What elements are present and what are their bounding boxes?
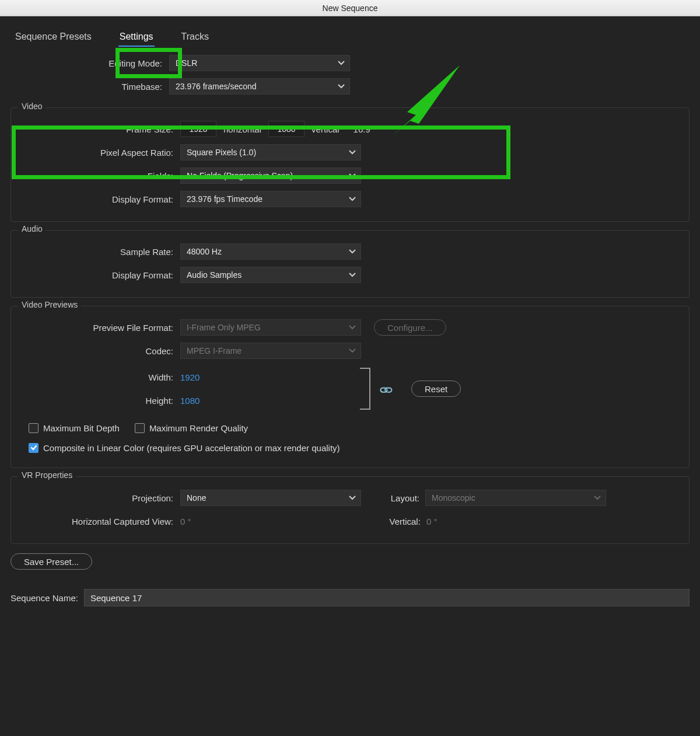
frame-size-v-input[interactable]: 1080 [268,121,304,137]
check-icon [30,444,37,451]
sample-rate-value: 48000 Hz [187,247,222,256]
video-displayformat-select[interactable]: 23.976 fps Timecode [180,191,361,207]
layout-label: Layout: [373,493,425,503]
video-group-title: Video [18,102,46,111]
chevron-down-icon [349,494,356,501]
chevron-down-icon [349,172,356,179]
preview-format-value: I-Frame Only MPEG [187,323,261,332]
composite-linear-label: Composite in Linear Color (requires GPU … [43,443,340,453]
tab-tracks[interactable]: Tracks [181,32,209,42]
previews-group: Video Previews Preview File Format: I-Fr… [10,306,690,468]
max-bit-depth-checkbox[interactable] [29,423,38,433]
codec-value: MPEG I-Frame [187,346,242,355]
composite-linear-checkbox[interactable] [29,443,38,453]
max-render-quality-label: Maximum Render Quality [149,423,248,433]
chevron-down-icon [349,149,356,156]
audio-group: Audio Sample Rate: 48000 Hz Display Form… [10,230,690,298]
sequence-name-input[interactable] [84,589,690,606]
projection-label: Projection: [22,493,180,503]
hcap-value: 0 ° [180,517,191,526]
aspect-ratio-text: 16:9 [354,124,370,134]
vcap-value: 0 ° [426,517,438,526]
reset-button[interactable]: Reset [411,381,461,397]
preview-height-label: Height: [22,396,180,406]
audio-displayformat-label: Display Format: [22,270,180,280]
fields-label: Fields: [22,171,180,181]
editing-mode-select[interactable]: DSLR [169,55,350,71]
vr-group: VR Properties Projection: None Layout: M… [10,476,690,544]
preview-width-label: Width: [22,372,180,382]
codec-select: MPEG I-Frame [180,343,361,359]
fields-select[interactable]: No Fields (Progressive Scan) [180,168,361,184]
timebase-select[interactable]: 23.976 frames/second [169,78,350,95]
chevron-down-icon [349,248,356,255]
preview-width-value[interactable]: 1920 [180,372,200,382]
preview-format-label: Preview File Format: [22,323,180,333]
hcap-label: Horizontal Captured View: [22,517,180,526]
max-render-quality-checkbox[interactable] [135,423,145,433]
video-displayformat-value: 23.976 fps Timecode [187,194,262,204]
audio-group-title: Audio [18,224,46,233]
projection-select[interactable]: None [180,490,361,506]
vr-group-title: VR Properties [18,470,76,480]
video-displayformat-label: Display Format: [22,194,180,204]
chevron-down-icon [338,83,345,90]
codec-label: Codec: [22,346,180,356]
vcap-label: Vertical: [390,517,426,526]
chevron-down-icon [349,347,356,354]
sequence-name-label: Sequence Name: [10,593,84,603]
timebase-label: Timebase: [10,82,169,92]
window-title: New Sequence [0,0,700,16]
tab-sequence-presets[interactable]: Sequence Presets [15,32,92,42]
vertical-label: vertical [312,124,340,134]
previews-group-title: Video Previews [18,300,81,309]
sample-rate-select[interactable]: 48000 Hz [180,243,361,260]
sample-rate-label: Sample Rate: [22,247,180,257]
preview-format-select: I-Frame Only MPEG [180,319,361,336]
chevron-down-icon [349,324,356,331]
chevron-down-icon [349,196,356,203]
link-bracket [360,368,370,410]
horizontal-label: horizontal [223,124,261,134]
editing-mode-value: DSLR [176,58,197,68]
video-group: Video Frame Size: 1920 horizontal 1080 v… [10,107,690,222]
tab-settings[interactable]: Settings [120,32,153,42]
layout-select: Monoscopic [425,490,606,506]
layout-value: Monoscopic [432,493,475,503]
projection-value: None [187,493,206,503]
chevron-down-icon [594,494,601,501]
preview-height-value[interactable]: 1080 [180,396,200,406]
max-bit-depth-label: Maximum Bit Depth [43,423,120,433]
save-preset-button[interactable]: Save Preset... [10,553,92,570]
par-value: Square Pixels (1.0) [187,148,256,157]
audio-displayformat-value: Audio Samples [187,270,242,280]
chevron-down-icon [349,271,356,278]
frame-size-label: Frame Size: [22,124,180,134]
audio-displayformat-select[interactable]: Audio Samples [180,267,361,283]
par-select[interactable]: Square Pixels (1.0) [180,144,361,161]
editing-mode-label: Editing Mode: [10,58,169,68]
configure-button: Configure... [374,319,446,336]
fields-value: No Fields (Progressive Scan) [187,171,293,180]
link-icon[interactable]: 🔗 [379,382,393,396]
par-label: Pixel Aspect Ratio: [22,148,180,158]
frame-size-h-input[interactable]: 1920 [180,121,216,137]
chevron-down-icon [338,60,345,67]
timebase-value: 23.976 frames/second [176,82,257,91]
